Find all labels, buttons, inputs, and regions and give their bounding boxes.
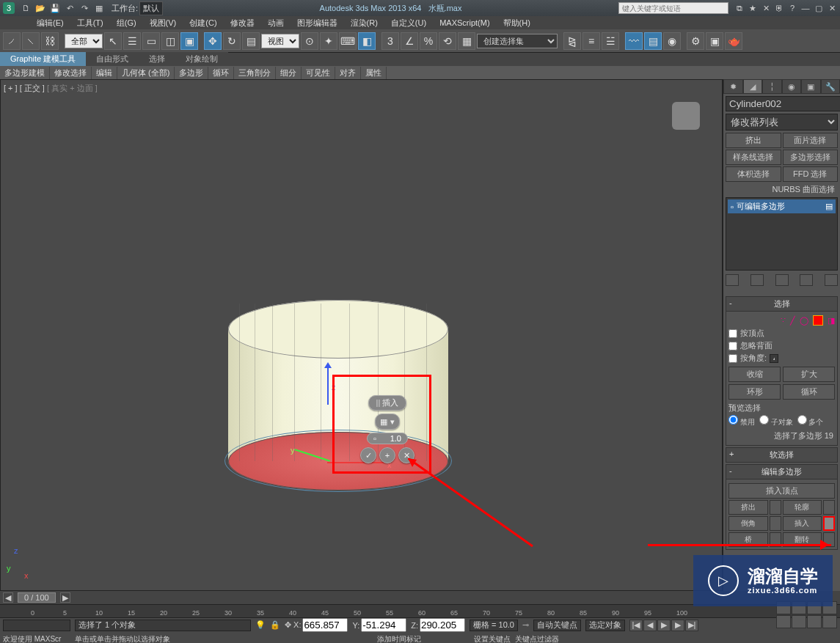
- menu-edit[interactable]: 编辑(E): [31, 17, 70, 29]
- bind-icon[interactable]: ⛓: [41, 32, 59, 50]
- ep-outline-set[interactable]: [823, 500, 835, 515]
- by-angle-check[interactable]: [728, 354, 737, 363]
- show-end-icon[interactable]: [750, 274, 764, 286]
- time-tag-box[interactable]: 添加时间标记: [377, 634, 421, 644]
- key-filter-button[interactable]: 关键点过滤器: [515, 634, 559, 644]
- close-icon[interactable]: ✕: [827, 3, 837, 13]
- pin-stack-icon[interactable]: [726, 274, 739, 286]
- ep-inset[interactable]: 插入: [783, 516, 822, 531]
- snap-2d-icon[interactable]: ◧: [358, 32, 376, 50]
- modify-tab-icon[interactable]: ◢: [743, 79, 763, 94]
- time-prev[interactable]: ◀: [3, 592, 13, 603]
- rotate-icon[interactable]: ↻: [223, 32, 241, 50]
- sel-set-combo[interactable]: 选定对象: [585, 620, 625, 631]
- menu-create[interactable]: 创建(C): [183, 17, 222, 29]
- menu-tools[interactable]: 工具(T): [71, 17, 109, 29]
- tab-graphite[interactable]: Graphite 建模工具: [0, 52, 86, 66]
- play-icon[interactable]: ▶: [657, 620, 671, 631]
- time-thumb[interactable]: 0 / 100: [18, 592, 56, 603]
- select-icon[interactable]: ↖: [104, 32, 122, 50]
- sr-loop[interactable]: 循环: [208, 67, 234, 79]
- connect-icon[interactable]: ⧉: [734, 3, 745, 13]
- ignore-back-check[interactable]: [728, 342, 737, 350]
- caddy-cancel-button[interactable]: ✕: [398, 447, 414, 463]
- named-icon[interactable]: ▦: [458, 32, 475, 50]
- help-icon[interactable]: ?: [787, 3, 797, 13]
- mirror-icon[interactable]: ⧎: [563, 32, 581, 50]
- display-tab-icon[interactable]: ▣: [801, 79, 821, 94]
- ep-extrude[interactable]: 挤出: [728, 500, 768, 515]
- rollout-selection-header[interactable]: -选择: [726, 296, 838, 312]
- coord-x-input[interactable]: [302, 618, 348, 632]
- select-region-icon[interactable]: ▭: [142, 32, 160, 50]
- menu-render[interactable]: 渲染(R): [345, 17, 384, 29]
- utilities-tab-icon[interactable]: 🔧: [821, 79, 841, 94]
- new-icon[interactable]: 🗋: [19, 1, 32, 15]
- help-search-input[interactable]: [618, 2, 728, 14]
- eye-icon[interactable]: ▫: [731, 202, 734, 211]
- selection-filter-combo[interactable]: 全部: [65, 34, 103, 48]
- so-polygon-icon[interactable]: [813, 315, 823, 326]
- menu-group[interactable]: 组(G): [111, 17, 142, 29]
- menu-modifiers[interactable]: 修改器: [224, 17, 260, 29]
- nav-orbit-icon[interactable]: [807, 615, 822, 628]
- radio-disable[interactable]: 禁用: [728, 415, 755, 427]
- by-vertex-check[interactable]: [728, 329, 737, 338]
- caddy-type-button[interactable]: ▦ ▾: [375, 414, 400, 430]
- time-next[interactable]: ▶: [60, 592, 70, 603]
- shrink-button[interactable]: 收缩: [728, 367, 781, 382]
- viewcube[interactable]: [672, 102, 700, 130]
- so-border-icon[interactable]: ◯: [800, 316, 808, 326]
- angle-snap-icon[interactable]: ∠: [401, 32, 418, 50]
- ep-bevel[interactable]: 倒角: [728, 516, 768, 531]
- curve-editor-icon[interactable]: 〰: [625, 32, 643, 50]
- material-icon[interactable]: ◉: [663, 32, 681, 50]
- viewport-label[interactable]: [ + ] [ 正交 ] [ 真实 + 边面 ]: [4, 83, 98, 94]
- menu-maxscript[interactable]: MAXScript(M): [434, 18, 495, 28]
- goto-start-icon[interactable]: |◀: [629, 620, 643, 631]
- schematic-icon[interactable]: ▤: [644, 32, 662, 50]
- app-icon[interactable]: 3: [3, 2, 15, 14]
- caddy-apply-button[interactable]: +: [379, 447, 395, 463]
- menu-views[interactable]: 视图(V): [144, 17, 183, 29]
- project-icon[interactable]: ▦: [92, 1, 106, 15]
- lock-icon[interactable]: 💡: [255, 620, 266, 630]
- favorite-icon[interactable]: ★: [748, 3, 758, 13]
- menu-customize[interactable]: 自定义(U): [385, 17, 432, 29]
- radio-multi[interactable]: 多个: [797, 415, 824, 427]
- move-icon[interactable]: ✥: [204, 32, 222, 50]
- mod-ffd[interactable]: FFD 选择: [783, 166, 839, 182]
- redo-icon[interactable]: ↷: [78, 1, 91, 15]
- auto-key-button[interactable]: 自动关键点: [533, 620, 581, 631]
- caddy-amount-input[interactable]: [379, 434, 401, 443]
- tab-selection[interactable]: 选择: [139, 52, 175, 66]
- menu-animation[interactable]: 动画: [262, 17, 290, 29]
- keyboard-icon[interactable]: ⌨: [339, 32, 357, 50]
- nav-pan-icon[interactable]: [776, 615, 791, 628]
- modifier-stack[interactable]: ▫ 可编辑多边形 ▤: [726, 197, 838, 271]
- unique-icon[interactable]: [775, 274, 789, 286]
- save-icon[interactable]: 💾: [48, 1, 62, 15]
- object-name-input[interactable]: [726, 96, 840, 111]
- goto-end-icon[interactable]: ▶|: [685, 620, 698, 631]
- mod-patch[interactable]: 面片选择: [783, 133, 839, 148]
- tab-paint[interactable]: 对象绘制: [175, 52, 228, 66]
- mod-poly[interactable]: 多边形选择: [783, 150, 839, 165]
- stack-editable-poly[interactable]: ▫ 可编辑多边形 ▤: [728, 199, 836, 213]
- comm-icon[interactable]: ⛨: [774, 3, 784, 13]
- sr-mod-sel[interactable]: 修改选择: [50, 67, 92, 79]
- menu-help[interactable]: 帮助(H): [497, 17, 536, 29]
- rollout-edit-poly-header[interactable]: -编辑多边形: [726, 464, 838, 480]
- rollout-soft-header[interactable]: +软选择: [726, 447, 838, 463]
- window-cross-icon[interactable]: ◫: [161, 32, 179, 50]
- sr-prop[interactable]: 属性: [361, 67, 387, 79]
- layer-icon[interactable]: ☱: [602, 32, 619, 50]
- sr-poly-model[interactable]: 多边形建模: [0, 67, 50, 79]
- sr-geom[interactable]: 几何体 (全部): [117, 67, 175, 79]
- caddy-ok-button[interactable]: ✓: [360, 447, 376, 463]
- angle-spinner[interactable]: [770, 354, 778, 363]
- spinner-snap-icon[interactable]: ⟲: [439, 32, 456, 50]
- render-setup-icon[interactable]: ⚙: [687, 32, 704, 50]
- pivot-icon[interactable]: ⊙: [301, 32, 318, 50]
- coord-y-input[interactable]: [361, 618, 406, 632]
